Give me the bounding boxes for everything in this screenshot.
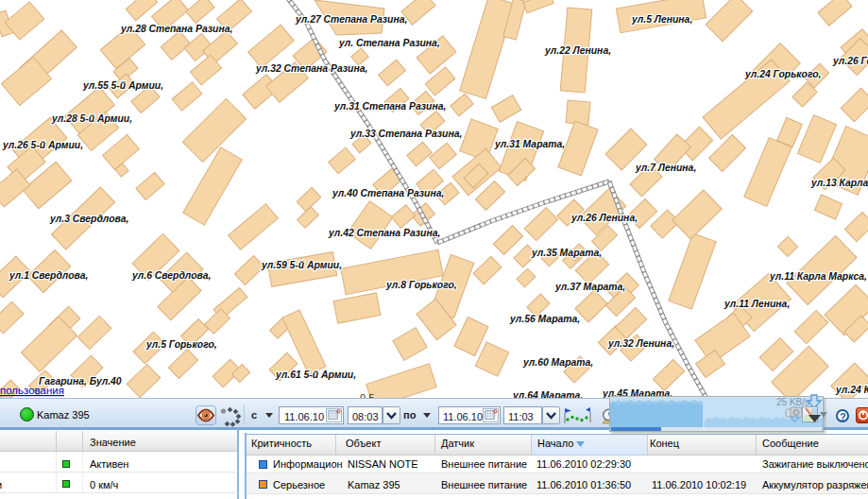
svg-text:ул.26 Горького,: ул.26 Горького, — [832, 56, 868, 66]
svg-text:ул.26 5-й Армии,: ул.26 5-й Армии, — [2, 140, 83, 150]
svg-text:ул.13 Карла Маркса,: ул.13 Карла Маркса, — [810, 178, 868, 188]
svg-text:ул.32 Степана Разина,: ул.32 Степана Разина, — [255, 63, 367, 74]
svg-text:ул.60 Марата,: ул.60 Марата, — [522, 357, 593, 368]
svg-text:ул.35 Марата,: ул.35 Марата, — [531, 248, 602, 258]
svg-text:ул. Степана Разина,: ул. Степана Разина, — [338, 38, 440, 48]
svg-text:ул.28 Степана Разина,: ул.28 Степана Разина, — [120, 24, 232, 34]
svg-text:ул.24 Карла,: ул.24 Карла, — [835, 385, 868, 395]
svg-text:ул.7 Ленина,: ул.7 Ленина, — [635, 163, 696, 173]
svg-text:ул.11 Ленина,: ул.11 Ленина, — [723, 299, 790, 309]
svg-text:ул.27 Степана Разина,: ул.27 Степана Разина, — [295, 14, 407, 25]
svg-text:ул.1 Свердлова,: ул.1 Свердлова, — [9, 270, 88, 281]
svg-text:ул.32 Ленина,: ул.32 Ленина, — [607, 338, 674, 349]
svg-text:ул.37 Марата,: ул.37 Марата, — [554, 282, 625, 292]
svg-text:ул.64 Марата,: ул.64 Марата, — [512, 390, 583, 398]
svg-text:ул.22 Ленина,: ул.22 Ленина, — [544, 45, 611, 56]
svg-text:ул.5 Горького,: ул.5 Горького, — [145, 339, 217, 350]
svg-text:ул.11 Карла Маркса,: ул.11 Карла Маркса, — [769, 271, 867, 282]
svg-text:ул.55 5-й Армии,: ул.55 5-й Армии, — [82, 80, 163, 91]
svg-text:ул.33 Степана Разина,: ул.33 Степана Разина, — [349, 129, 462, 139]
svg-text:ул.61 5-й Армии,: ул.61 5-й Армии, — [275, 370, 356, 380]
svg-text:ул.59 5-й Армии,: ул.59 5-й Армии, — [261, 260, 342, 270]
svg-text:ул.31 Марата,: ул.31 Марата, — [494, 139, 565, 149]
svg-text:ул.40 Степана Разина,: ул.40 Степана Разина, — [332, 188, 444, 198]
svg-text:ул.6 Свердлова,: ул.6 Свердлова, — [131, 270, 211, 281]
svg-text:ул.42 Степана Разина,: ул.42 Степана Разина, — [328, 228, 440, 238]
svg-text:ул.26 Ленина,: ул.26 Ленина, — [570, 213, 638, 223]
svg-text:ул.3 Свердлова,: ул.3 Свердлова, — [49, 214, 128, 224]
svg-text:ул.28 5-й Армии,: ул.28 5-й Армии, — [51, 113, 132, 124]
svg-text:ул.24 Горького,: ул.24 Горького, — [744, 69, 821, 79]
svg-text:ул.56 Марата,: ул.56 Марата, — [509, 314, 580, 324]
svg-text:ул.8 Горького,: ул.8 Горького, — [385, 280, 457, 290]
svg-text:ул.5 Ленина,: ул.5 Ленина, — [631, 14, 692, 25]
svg-text:ул.31 Степана Разина,: ул.31 Степана Разина, — [333, 101, 446, 112]
svg-text:пользования: пользования — [0, 385, 64, 396]
